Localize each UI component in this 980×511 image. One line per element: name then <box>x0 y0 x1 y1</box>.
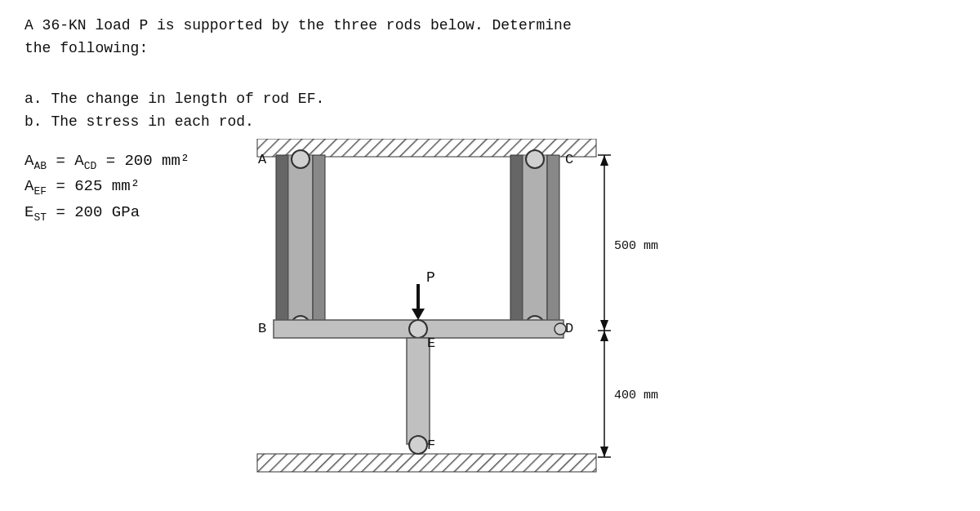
problem-intro: A 36-KN load P is supported by the three… <box>24 15 572 60</box>
svg-rect-17 <box>257 454 596 472</box>
label-F: F <box>427 438 435 453</box>
label-P: P <box>426 269 435 286</box>
svg-rect-4 <box>288 155 313 331</box>
svg-marker-19 <box>412 309 425 320</box>
svg-marker-24 <box>600 320 608 331</box>
equation-aab-acd: AAB = ACD = 200 mm² <box>24 149 189 174</box>
label-E: E <box>427 335 435 351</box>
label-B: B <box>258 321 266 336</box>
svg-point-29 <box>555 323 566 335</box>
svg-marker-28 <box>600 331 608 341</box>
intro-text: A 36-KN load P is supported by the three… <box>24 15 572 60</box>
dim-400: 400 mm <box>614 389 658 402</box>
svg-point-16 <box>409 436 427 454</box>
equation-aef: AEF = 625 mm² <box>24 174 189 199</box>
label-C: C <box>565 152 573 167</box>
svg-rect-15 <box>407 338 430 444</box>
dim-500: 500 mm <box>614 239 658 253</box>
svg-rect-5 <box>313 155 325 331</box>
svg-marker-27 <box>600 447 608 457</box>
svg-marker-23 <box>600 155 608 166</box>
svg-rect-6 <box>510 155 523 331</box>
label-A: A <box>258 152 267 167</box>
svg-point-14 <box>409 320 427 338</box>
part-b: b. The stress in each rod. <box>24 111 324 134</box>
part-a: a. The change in length of rod EF. <box>24 88 324 111</box>
svg-rect-7 <box>523 155 547 331</box>
diagram: P A B C D E F 500 mm 400 mm <box>220 139 694 482</box>
equation-est: EST = 200 GPa <box>24 200 189 225</box>
svg-point-10 <box>526 150 544 168</box>
svg-rect-3 <box>276 155 288 331</box>
svg-point-9 <box>292 150 310 168</box>
svg-rect-8 <box>547 155 559 331</box>
